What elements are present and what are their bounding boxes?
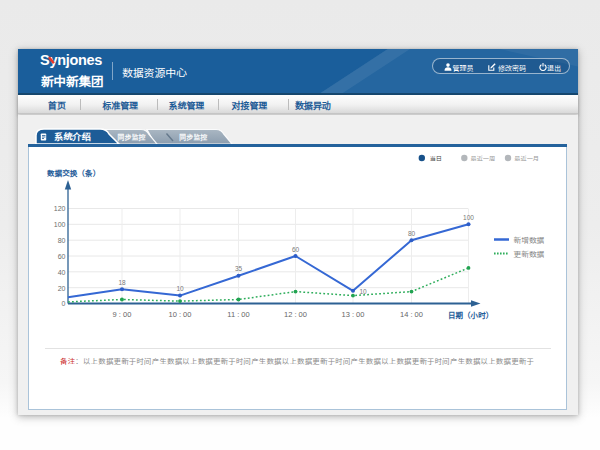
svg-text:80: 80 [58, 237, 66, 244]
svg-text:100: 100 [463, 214, 474, 221]
svg-text:40: 40 [58, 269, 66, 276]
svg-text:最近一月: 最近一月 [514, 155, 539, 162]
svg-text:14 : 00: 14 : 00 [400, 310, 423, 319]
svg-text:60: 60 [58, 253, 66, 260]
svg-text:10 : 00: 10 : 00 [169, 310, 192, 319]
svg-text:60: 60 [292, 246, 300, 253]
svg-text:系统介绍: 系统介绍 [54, 132, 91, 142]
svg-text:最近一周: 最近一周 [471, 155, 496, 162]
svg-text:数据交换（条）: 数据交换（条） [47, 169, 100, 178]
svg-text:0: 0 [62, 300, 66, 307]
svg-text:11 : 00: 11 : 00 [227, 310, 249, 319]
svg-text:18: 18 [118, 279, 126, 286]
svg-text:同步监控: 同步监控 [179, 133, 207, 142]
svg-text:日期（小时）: 日期（小时） [448, 311, 493, 320]
svg-text:13 : 00: 13 : 00 [342, 310, 365, 319]
svg-text:同步监控: 同步监控 [118, 133, 146, 142]
svg-text:100: 100 [54, 221, 66, 228]
svg-text:9 : 00: 9 : 00 [113, 310, 132, 319]
svg-text:10: 10 [360, 288, 368, 295]
svg-text:当日: 当日 [430, 155, 442, 162]
svg-text:35: 35 [235, 265, 243, 272]
svg-text:新增数据: 新增数据 [514, 236, 545, 245]
svg-text:80: 80 [408, 230, 416, 237]
svg-text:12 : 00: 12 : 00 [284, 310, 307, 319]
svg-text:10: 10 [176, 285, 184, 292]
svg-text:更新数据: 更新数据 [514, 250, 545, 259]
svg-text:120: 120 [54, 205, 66, 212]
svg-text:20: 20 [58, 285, 66, 292]
